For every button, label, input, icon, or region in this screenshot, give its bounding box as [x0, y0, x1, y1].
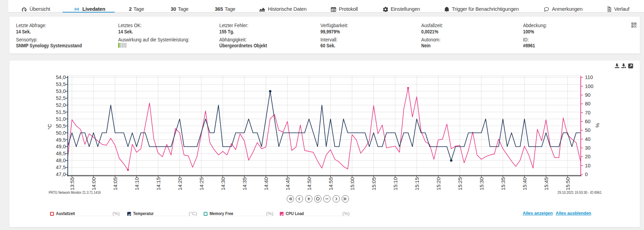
svg-text:52,5: 52,5 — [56, 95, 66, 101]
svg-text:47,5: 47,5 — [56, 165, 66, 170]
svg-text:49,0: 49,0 — [56, 144, 66, 149]
svg-text:30: 30 — [585, 145, 590, 151]
svg-text:14:50: 14:50 — [306, 177, 312, 191]
svg-text:51,0: 51,0 — [56, 116, 66, 122]
svg-text:52,0: 52,0 — [56, 102, 66, 108]
svg-text:14:45: 14:45 — [285, 177, 291, 191]
svg-text:%: % — [595, 123, 601, 127]
svg-text:100: 100 — [585, 84, 593, 89]
svg-text:14:00: 14:00 — [91, 177, 97, 191]
svg-text:51,5: 51,5 — [56, 109, 66, 115]
svg-text:15:45: 15:45 — [543, 177, 549, 191]
svg-text:50,0: 50,0 — [56, 130, 66, 136]
svg-text:0: 0 — [585, 172, 588, 177]
svg-text:14:35: 14:35 — [242, 177, 247, 191]
svg-text:15:10: 15:10 — [392, 177, 398, 191]
svg-text:15:35: 15:35 — [500, 177, 506, 191]
svg-text:60: 60 — [585, 119, 590, 124]
svg-text:13:55: 13:55 — [69, 177, 75, 191]
svg-text:15:00: 15:00 — [349, 177, 355, 191]
svg-text:40: 40 — [585, 136, 590, 142]
svg-text:47,0: 47,0 — [56, 172, 66, 177]
svg-text:°C: °C — [47, 124, 52, 129]
svg-text:50,5: 50,5 — [56, 123, 66, 129]
svg-text:15:50: 15:50 — [565, 177, 571, 191]
svg-text:15:30: 15:30 — [479, 177, 484, 191]
svg-text:53,0: 53,0 — [56, 88, 66, 94]
svg-text:14:10: 14:10 — [134, 177, 140, 191]
svg-text:48,0: 48,0 — [56, 158, 66, 163]
svg-text:15:40: 15:40 — [522, 177, 528, 191]
svg-text:70: 70 — [585, 110, 590, 116]
svg-text:80: 80 — [585, 101, 590, 106]
svg-text:14:05: 14:05 — [112, 177, 118, 191]
svg-text:20: 20 — [585, 154, 590, 159]
svg-text:49,5: 49,5 — [56, 137, 66, 143]
svg-text:90: 90 — [585, 92, 590, 98]
svg-text:54,0: 54,0 — [56, 74, 66, 80]
svg-text:14:20: 14:20 — [177, 177, 183, 191]
svg-text:10: 10 — [585, 163, 590, 168]
svg-text:14:15: 14:15 — [155, 177, 161, 191]
svg-text:15:05: 15:05 — [371, 177, 377, 191]
svg-text:14:55: 14:55 — [328, 177, 334, 191]
svg-text:14:40: 14:40 — [263, 177, 269, 191]
svg-text:110: 110 — [585, 74, 593, 80]
svg-text:15:20: 15:20 — [435, 177, 441, 191]
svg-text:15:25: 15:25 — [457, 177, 463, 191]
svg-text:15:15: 15:15 — [414, 177, 420, 191]
svg-text:14:30: 14:30 — [220, 177, 226, 191]
svg-text:48,5: 48,5 — [56, 151, 66, 156]
svg-text:53,5: 53,5 — [56, 81, 66, 87]
svg-text:50: 50 — [585, 127, 590, 133]
svg-text:14:25: 14:25 — [198, 177, 204, 191]
